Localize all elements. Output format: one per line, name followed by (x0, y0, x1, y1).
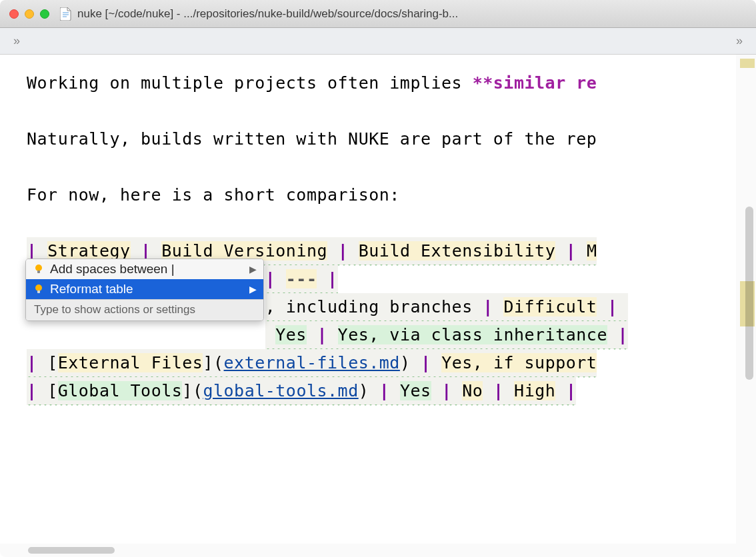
table-row: | [Global Tools](global-tools.md) | Yes … (0, 377, 736, 405)
breadcrumb-expand-right[interactable]: » (736, 34, 743, 48)
editor-line (0, 97, 736, 125)
popup-hint: Type to show actions or settings (26, 299, 263, 320)
lightbulb-icon (33, 263, 45, 275)
intention-actions-popup: Add spaces between | ▶ Reformat table ▶ … (25, 259, 264, 321)
editor-line (0, 153, 736, 181)
maximize-window-button[interactable] (40, 9, 49, 19)
vertical-scrollbar[interactable] (736, 55, 756, 544)
table-row: | [External Files](external-files.md) | … (0, 349, 736, 377)
window-title: nuke [~/code/nuke] - .../repositories/nu… (77, 7, 747, 21)
editor-line: Working on multiple projects often impli… (0, 69, 736, 97)
svg-point-3 (35, 265, 42, 271)
intention-item-label: Add spaces between | (50, 262, 175, 277)
intention-item-add-spaces[interactable]: Add spaces between | ▶ (26, 259, 263, 279)
editor-line: For now, here is a short comparison: (0, 181, 736, 209)
horizontal-scroll-thumb[interactable] (28, 547, 115, 554)
svg-rect-6 (37, 290, 40, 293)
traffic-lights (9, 9, 49, 19)
scrollbar-corner (736, 544, 756, 557)
horizontal-scrollbar[interactable] (0, 544, 736, 557)
submenu-arrow-icon: ▶ (249, 284, 257, 294)
close-window-button[interactable] (9, 9, 19, 19)
file-icon (60, 7, 72, 21)
titlebar: nuke [~/code/nuke] - .../repositories/nu… (0, 0, 756, 28)
lightbulb-icon (33, 283, 45, 295)
submenu-arrow-icon: ▶ (249, 264, 257, 275)
editor-line (0, 209, 736, 237)
vertical-scroll-thumb[interactable] (745, 207, 753, 380)
svg-point-5 (35, 284, 42, 291)
editor-area: Working on multiple projects often impli… (0, 55, 756, 557)
warning-stripe[interactable] (740, 59, 755, 68)
markdown-bold: **similar re (473, 73, 597, 93)
intention-item-reformat-table[interactable]: Reformat table ▶ (26, 279, 263, 299)
table-row: XXXXXXXXXXXXXXXXXXXXXXX Yes | Yes, via c… (0, 321, 736, 349)
intention-item-label: Reformat table (50, 282, 133, 296)
minimize-window-button[interactable] (25, 9, 34, 19)
editor-line: Naturally, builds written with NUKE are … (0, 125, 736, 153)
breadcrumb-expand-left[interactable]: » (13, 34, 20, 48)
svg-rect-4 (37, 271, 40, 273)
breadcrumb-bar: » » (0, 28, 756, 55)
